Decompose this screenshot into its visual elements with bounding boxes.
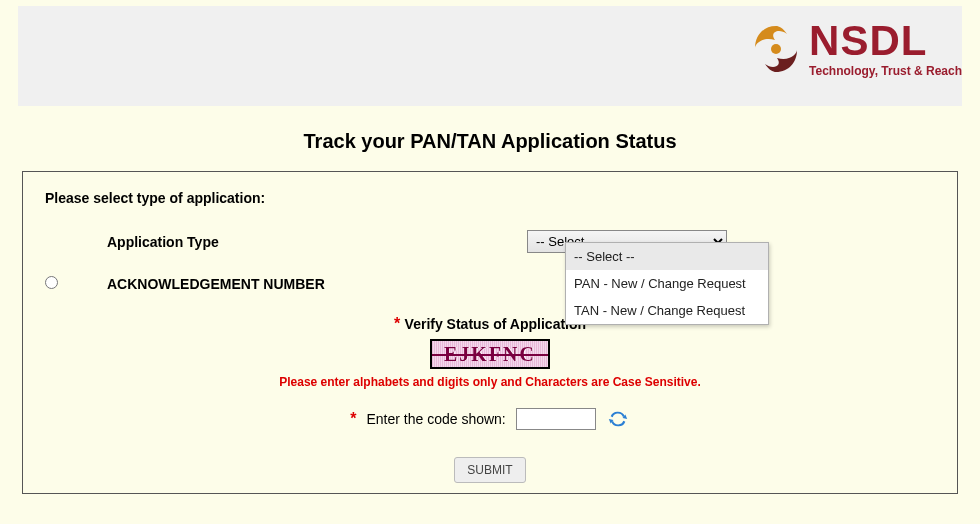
captcha-input[interactable] bbox=[516, 408, 596, 430]
header-bar: NSDL Technology, Trust & Reach bbox=[18, 6, 962, 106]
section-heading: Please select type of application: bbox=[45, 190, 935, 206]
application-type-dropdown-list[interactable]: -- Select -- PAN - New / Change Request … bbox=[565, 242, 769, 325]
svg-point-0 bbox=[771, 44, 781, 54]
logo-name: NSDL bbox=[809, 20, 962, 62]
refresh-captcha-button[interactable] bbox=[606, 407, 630, 431]
logo-tagline: Technology, Trust & Reach bbox=[809, 64, 962, 78]
nsdl-swirl-icon bbox=[749, 22, 803, 76]
application-type-label: Application Type bbox=[107, 234, 527, 250]
status-form: Please select type of application: Appli… bbox=[22, 171, 958, 494]
refresh-icon bbox=[607, 408, 629, 430]
dropdown-option[interactable]: PAN - New / Change Request bbox=[566, 270, 768, 297]
row-ack-number: ACKNOWLEDGEMENT NUMBER bbox=[45, 275, 935, 293]
required-asterisk: * bbox=[394, 315, 405, 332]
code-entry-row: * Enter the code shown: bbox=[45, 407, 935, 431]
verify-section: * Verify Status of Application EJKFNC Pl… bbox=[45, 315, 935, 483]
captcha-note: Please enter alphabets and digits only a… bbox=[45, 375, 935, 389]
dropdown-option[interactable]: TAN - New / Change Request bbox=[566, 297, 768, 324]
captcha-image: EJKFNC bbox=[430, 339, 550, 369]
submit-button[interactable]: SUBMIT bbox=[454, 457, 525, 483]
row-application-type: Application Type -- Select -- bbox=[45, 230, 935, 253]
dropdown-option[interactable]: -- Select -- bbox=[566, 243, 768, 270]
logo: NSDL Technology, Trust & Reach bbox=[749, 20, 962, 78]
page-title: Track your PAN/TAN Application Status bbox=[0, 130, 980, 153]
required-asterisk: * bbox=[350, 410, 356, 428]
ack-number-label: ACKNOWLEDGEMENT NUMBER bbox=[107, 276, 527, 292]
verify-heading: Verify Status of Application bbox=[405, 316, 587, 332]
code-label: Enter the code shown: bbox=[366, 411, 505, 427]
ack-number-radio[interactable] bbox=[45, 276, 58, 289]
